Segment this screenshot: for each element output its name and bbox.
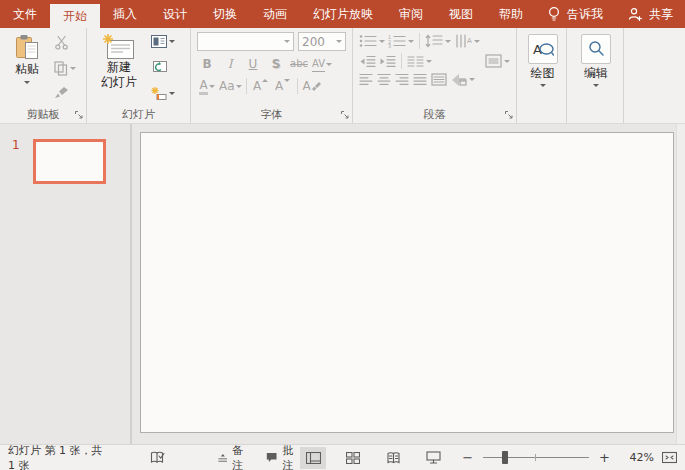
distribute-text-button[interactable] <box>431 73 447 86</box>
columns-button[interactable] <box>407 55 432 68</box>
slide-sorter-view-button[interactable] <box>340 447 366 469</box>
slide-canvas[interactable] <box>140 132 674 433</box>
convert-to-smartart-button[interactable] <box>451 73 475 86</box>
align-text-icon <box>485 54 502 68</box>
zoom-slider-thumb[interactable] <box>502 451 508 464</box>
format-painter-button[interactable] <box>54 86 76 100</box>
italic-button[interactable]: I <box>220 54 240 74</box>
vertical-scrollbar[interactable] <box>676 124 685 444</box>
align-left-button[interactable] <box>359 73 373 86</box>
bold-button[interactable]: B <box>197 54 217 74</box>
slide-thumbnail-1[interactable] <box>33 139 106 184</box>
spell-check-button[interactable] <box>150 451 166 464</box>
paragraph-dialog-launcher-icon[interactable] <box>504 110 514 120</box>
decrease-font-size-button[interactable]: A <box>273 76 293 96</box>
increase-indent-button[interactable] <box>379 55 396 68</box>
align-left-icon <box>359 73 373 86</box>
drawing-button[interactable]: A 绘图 <box>528 32 558 106</box>
comments-toggle-button[interactable]: 批注 <box>266 443 300 470</box>
reset-slide-button[interactable] <box>151 60 175 74</box>
increase-font-size-button[interactable]: A <box>251 76 271 96</box>
clear-formatting-button[interactable]: A <box>302 76 322 96</box>
chevron-down-icon <box>284 40 290 43</box>
new-slide-label-line1: 新建 <box>107 60 131 75</box>
font-size-combobox[interactable]: 200 <box>298 32 346 51</box>
reset-slide-icon <box>151 60 167 74</box>
font-size-value: 200 <box>302 35 325 49</box>
font-name-combobox[interactable] <box>197 32 294 51</box>
reading-view-button[interactable] <box>380 447 406 469</box>
eraser-icon <box>312 82 321 91</box>
editing-label: 编辑 <box>584 66 608 81</box>
justify-icon <box>413 73 427 86</box>
editing-button[interactable]: 编辑 <box>581 32 611 106</box>
ribbon-tab-bar: 文件 开始 插入 设计 切换 动画 幻灯片放映 审阅 视图 帮助 告诉我 共享 <box>0 0 685 28</box>
align-center-icon <box>377 73 391 86</box>
align-text-button[interactable] <box>485 54 510 68</box>
change-case-button[interactable]: Aa <box>219 76 242 96</box>
text-direction-icon: A <box>454 34 472 48</box>
tab-file[interactable]: 文件 <box>0 0 50 28</box>
zoom-slider[interactable] <box>483 450 589 465</box>
drawing-icon: A <box>528 34 558 64</box>
section-button[interactable] <box>151 86 175 100</box>
drawing-label: 绘图 <box>531 66 555 81</box>
copy-icon <box>54 61 68 76</box>
tab-home[interactable]: 开始 <box>50 4 100 28</box>
clear-formatting-label: A <box>302 79 310 93</box>
person-add-icon <box>628 7 643 22</box>
underline-button[interactable]: U <box>243 54 263 74</box>
chevron-down-icon <box>445 40 451 43</box>
tab-review[interactable]: 审阅 <box>386 0 436 28</box>
tab-design[interactable]: 设计 <box>150 0 200 28</box>
text-shadow-button[interactable]: S <box>266 54 286 74</box>
paste-icon <box>14 34 40 62</box>
tab-animations[interactable]: 动画 <box>250 0 300 28</box>
caret-down-icon <box>284 79 290 82</box>
tell-me-button[interactable]: 告诉我 <box>536 0 614 28</box>
decrease-indent-button[interactable] <box>359 55 376 68</box>
normal-view-icon <box>306 452 321 464</box>
zoom-percent[interactable]: 42% <box>620 451 654 464</box>
fit-to-window-button[interactable] <box>662 451 677 464</box>
justify-button[interactable] <box>413 73 427 86</box>
copy-button[interactable] <box>54 61 76 76</box>
chevron-down-icon <box>469 78 475 81</box>
slideshow-view-button[interactable] <box>420 447 446 469</box>
zoom-slider-track <box>483 457 589 458</box>
font-color-button[interactable]: A <box>197 76 217 96</box>
numbering-button[interactable]: 1 2 3 <box>388 34 414 48</box>
cut-button[interactable] <box>54 35 76 50</box>
tab-transitions[interactable]: 切换 <box>200 0 250 28</box>
bullets-icon <box>359 34 377 48</box>
zoom-in-button[interactable]: + <box>597 450 612 465</box>
align-center-button[interactable] <box>377 73 391 86</box>
strikethrough-button[interactable]: abc <box>289 54 309 74</box>
font-dialog-launcher-icon[interactable] <box>340 110 350 120</box>
clipboard-dialog-launcher-icon[interactable] <box>74 110 84 120</box>
align-right-button[interactable] <box>395 73 409 86</box>
new-slide-button[interactable]: 新建 幻灯片 <box>93 32 145 106</box>
slide-counter: 幻灯片 第 1 张，共 1 张 <box>8 443 108 470</box>
tab-insert[interactable]: 插入 <box>100 0 150 28</box>
magnifier-icon <box>581 34 611 64</box>
line-spacing-button[interactable] <box>425 34 451 48</box>
share-button[interactable]: 共享 <box>616 0 685 28</box>
tab-slideshow[interactable]: 幻灯片放映 <box>300 0 386 28</box>
paste-button[interactable]: 粘贴 <box>6 32 48 106</box>
tab-view[interactable]: 视图 <box>436 0 486 28</box>
layout-button[interactable] <box>151 35 175 48</box>
chevron-down-icon <box>336 40 342 43</box>
character-spacing-button[interactable]: AV <box>312 54 332 74</box>
divider <box>297 78 298 94</box>
normal-view-button[interactable] <box>300 447 326 469</box>
text-direction-button[interactable]: A <box>454 34 480 48</box>
notes-toggle-button[interactable]: 备注 <box>218 443 250 470</box>
notes-icon <box>218 452 228 464</box>
slide-editing-area <box>132 124 685 444</box>
smartart-icon <box>451 73 467 86</box>
bullets-button[interactable] <box>359 34 385 48</box>
zoom-out-button[interactable]: − <box>460 450 475 465</box>
format-painter-icon <box>54 86 69 100</box>
tab-help[interactable]: 帮助 <box>486 0 536 28</box>
